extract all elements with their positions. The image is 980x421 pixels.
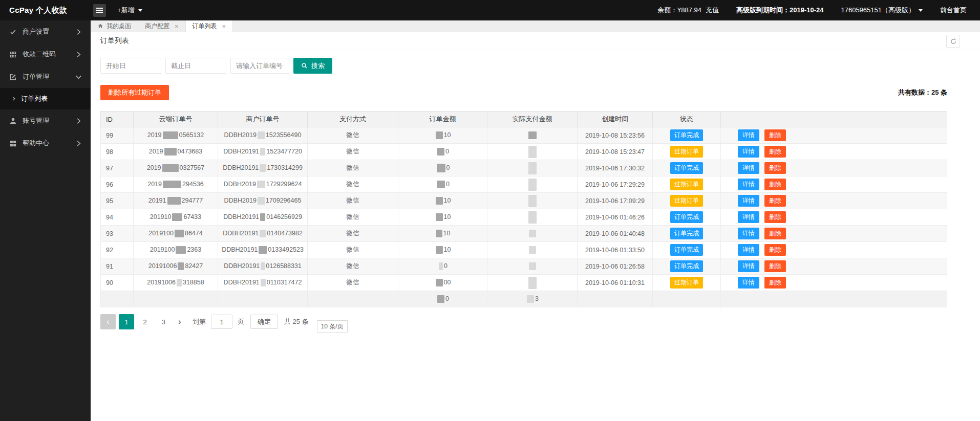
cell-text: 0 [446,164,450,171]
cell-id: 97 [101,160,134,176]
start-date-input[interactable] [100,58,161,74]
redacted-block [175,230,184,237]
column-header: 云端订单号 [134,112,218,127]
add-new-label: +新增 [117,6,135,15]
front-home-link[interactable]: 前台首页 [940,6,967,15]
delete-button[interactable]: 删除 [764,146,786,157]
search-icon [301,62,308,69]
delete-button[interactable]: 删除 [764,277,786,288]
qrcode-icon [9,51,17,58]
cell-status: 订单完成 [653,258,721,275]
end-date-input[interactable] [165,58,226,74]
delete-expired-button[interactable]: 删除所有过期订单 [100,85,169,100]
sidebar-item-help-center[interactable]: 帮助中心 [0,132,91,154]
cell-cloud-order: 20190327567 [134,160,218,176]
delete-button[interactable]: 删除 [764,195,786,206]
page-title: 订单列表 [100,36,129,46]
refresh-button[interactable] [946,35,960,48]
search-filter-row: 搜索 [100,58,947,74]
search-button[interactable]: 搜索 [293,58,332,74]
status-badge: 订单完成 [670,244,703,255]
chevron-right-icon [75,28,82,36]
close-icon[interactable]: × [175,23,179,30]
delete-button[interactable]: 删除 [764,244,786,255]
redacted-block [528,277,537,289]
tab-merchant-config[interactable]: 商户配置× [138,20,186,32]
status-badge: 订单完成 [670,260,703,272]
page-number-button[interactable]: 2 [137,314,153,329]
delete-button[interactable]: 删除 [764,179,786,190]
balance-label: 余额：¥887.94 [657,6,701,15]
page-next-button[interactable]: › [174,314,185,329]
cell-text: DDBH2019 [224,131,257,139]
detail-button[interactable]: 详情 [738,146,759,157]
cell-actions: 详情删除 [721,144,947,160]
redacted-block [176,246,186,254]
order-icon [9,73,17,81]
sidebar-subitem-order-list[interactable]: 订单列表 [0,88,91,109]
delete-button[interactable]: 删除 [764,260,786,272]
cell-cloud-order: 20190565132 [134,127,218,144]
search-button-label: 搜索 [311,61,325,71]
cell-actual-amount [487,160,578,176]
add-new-dropdown[interactable]: +新增 [117,6,142,15]
detail-button[interactable]: 详情 [738,129,759,141]
cell-cloud-order: 201910086474 [134,226,218,242]
page-number-button[interactable]: 3 [156,314,171,329]
cell-text: 0133492523 [268,246,304,253]
goto-page-input[interactable] [211,315,232,329]
delete-button[interactable]: 删除 [764,162,786,173]
recharge-link[interactable]: 充值 [706,6,719,15]
detail-button[interactable]: 详情 [738,179,759,190]
tab-desktop[interactable]: 我的桌面 [91,20,138,32]
column-header [721,112,947,127]
goto-prefix-label: 到第 [193,317,206,326]
cell-text: DDBH20191 [224,279,260,286]
delete-button[interactable]: 删除 [764,211,786,223]
close-icon[interactable]: × [222,23,226,30]
delete-button[interactable]: 删除 [764,228,786,239]
detail-button[interactable]: 详情 [738,260,759,272]
sidebar-item-merchant-settings[interactable]: 商户设置 [0,20,91,43]
detail-button[interactable]: 详情 [738,277,759,288]
redacted-block [436,213,443,221]
page-number-button[interactable]: 1 [119,314,134,329]
sidebar-item-order-management[interactable]: 订单管理 [0,65,91,88]
column-header: 订单金额 [398,112,487,127]
account-dropdown[interactable]: 17605965151（高级版） [841,6,923,15]
cell-text: 1729299624 [266,181,302,188]
detail-button[interactable]: 详情 [738,211,759,223]
table-row: 9520191294777DDBH20191709296465微信102019-… [101,193,947,209]
menu-toggle-button[interactable] [93,4,106,17]
cell-pay-method: 微信 [308,258,398,275]
column-header: 创建时间 [578,112,653,127]
page-size-select[interactable]: 10 条/页 [317,320,348,333]
table-row: 9720190327567DDBH201911730314299微信02019-… [101,160,947,176]
page-prev-button[interactable]: ‹ [100,314,116,329]
detail-button[interactable]: 详情 [738,195,759,206]
sidebar-item-account-management[interactable]: 账号管理 [0,109,91,132]
goto-confirm-button[interactable]: 确定 [250,315,278,329]
order-no-input[interactable] [230,58,289,74]
cell-actual-amount [487,226,578,242]
cell-status: 订单完成 [653,209,721,226]
cell-text: 20191006 [148,262,177,270]
cell-actual-amount [487,144,578,160]
cell-id: 93 [101,226,134,242]
delete-button[interactable]: 删除 [764,129,786,141]
sidebar: 商户设置收款二维码订单管理订单列表账号管理帮助中心 [0,20,91,421]
redacted-block [162,164,179,172]
cell-status: 订单完成 [653,160,721,176]
cell-order-amount: 10 [398,242,487,258]
redacted-block [260,213,265,221]
redacted-block [529,262,536,270]
tab-order-list[interactable]: 订单列表× [186,20,233,32]
column-header: 实际支付金额 [487,112,578,127]
sidebar-item-qrcode[interactable]: 收款二维码 [0,43,91,65]
detail-button[interactable]: 详情 [738,228,759,239]
detail-button[interactable]: 详情 [738,162,759,173]
cell-cloud-order: 20191294777 [134,193,218,209]
account-icon [9,117,17,125]
detail-button[interactable]: 详情 [738,244,759,255]
cell-order-amount: 10 [398,209,487,226]
